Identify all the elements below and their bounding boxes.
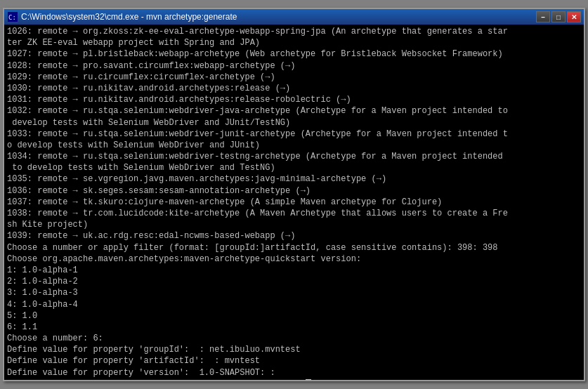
window-title: C:\Windows\system32\cmd.exe - mvn archet…: [21, 12, 536, 22]
close-button[interactable]: ✕: [567, 11, 581, 22]
cmd-window: C: C:\Windows\system32\cmd.exe - mvn arc…: [3, 8, 585, 381]
terminal-output: 1026: remote → org.zkoss:zk-ee-eval-arch…: [4, 25, 584, 380]
cmd-icon: C:: [7, 11, 18, 22]
terminal-text: 1026: remote → org.zkoss:zk-ee-eval-arch…: [7, 26, 581, 380]
title-bar: C: C:\Windows\system32\cmd.exe - mvn arc…: [4, 9, 584, 25]
maximize-button[interactable]: □: [551, 11, 566, 22]
svg-text:C:: C:: [8, 14, 16, 21]
minimize-button[interactable]: –: [536, 11, 550, 22]
terminal-cursor: [306, 379, 311, 380]
window-controls: – □ ✕: [536, 11, 581, 22]
